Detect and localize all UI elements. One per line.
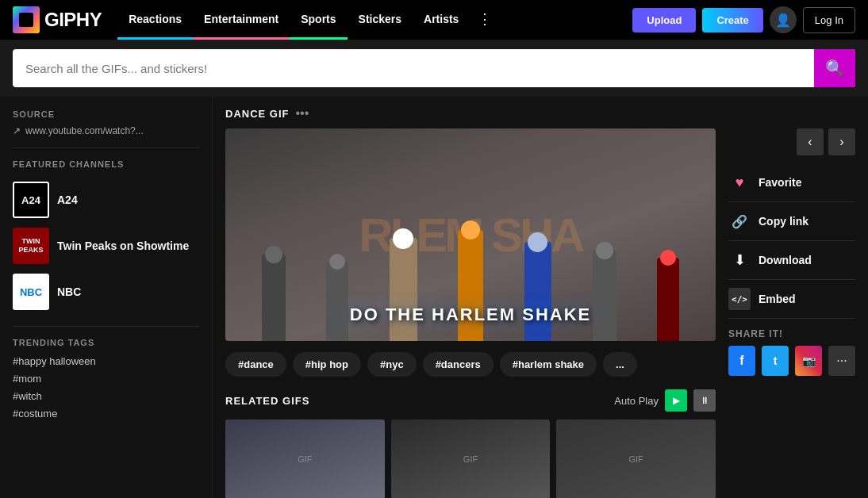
gif-preview-area: RLEM SHA DO THE HARLEM SHAKE: [225, 128, 716, 498]
tag-dancers[interactable]: #dancers: [423, 352, 494, 377]
gif-section-label: DANCE GIF: [225, 108, 290, 120]
gif-options-dots[interactable]: •••: [296, 106, 309, 121]
pause-button[interactable]: ⏸: [693, 389, 716, 412]
header: GIPHY Reactions Entertainment Sports Sti…: [0, 0, 868, 40]
login-button[interactable]: Log In: [803, 7, 855, 33]
copy-link-action[interactable]: 🔗 Copy link: [728, 202, 855, 241]
facebook-share-button[interactable]: f: [728, 346, 755, 376]
nbc-logo: NBC: [13, 274, 49, 310]
embed-icon: </>: [728, 288, 751, 310]
gif-image-container: RLEM SHA DO THE HARLEM SHAKE: [225, 128, 716, 341]
create-button[interactable]: Create: [702, 8, 762, 33]
nbc-name: NBC: [57, 285, 81, 298]
main-content: DANCE GIF ••• RLEM SHA: [213, 97, 868, 498]
related-gif-1[interactable]: GIF: [225, 419, 385, 498]
a24-logo: A24: [13, 182, 49, 218]
twin-peaks-name: Twin Peaks on Showtime: [57, 239, 189, 252]
tag-dance[interactable]: #dance: [225, 352, 286, 377]
nav-more-button[interactable]: ⋮: [470, 0, 500, 40]
source-section: SOURCE ↗ www.youtube.com/watch?...: [13, 109, 199, 136]
search-bar: 🔍: [0, 40, 868, 97]
sidebar: SOURCE ↗ www.youtube.com/watch?... FEATU…: [0, 97, 213, 498]
channel-twin-peaks[interactable]: TWINPEAKS Twin Peaks on Showtime: [13, 223, 199, 269]
play-button[interactable]: ▶: [665, 389, 687, 412]
upload-button[interactable]: Upload: [632, 8, 696, 33]
trending-tags-label: TRENDING TAGS: [13, 338, 199, 347]
more-share-button[interactable]: ···: [828, 346, 855, 376]
autoplay-label: Auto Play: [614, 395, 659, 407]
search-button[interactable]: 🔍: [814, 49, 855, 87]
featured-channels-section: FEATURED CHANNELS A24 A24 TWINPEAKS Twin…: [13, 159, 199, 315]
channel-a24[interactable]: A24 A24: [13, 177, 199, 223]
logo[interactable]: GIPHY: [13, 6, 102, 33]
logo-text: GIPHY: [44, 9, 102, 31]
twitter-share-button[interactable]: t: [762, 346, 789, 376]
main-nav: Reactions Entertainment Sports Stickers …: [117, 0, 500, 40]
twin-peaks-logo: TWINPEAKS: [13, 228, 49, 264]
embed-label: Embed: [759, 293, 796, 305]
favorite-label: Favorite: [759, 176, 801, 189]
a24-name: A24: [57, 193, 78, 206]
tag-hip-hop[interactable]: #hip hop: [293, 352, 361, 377]
tag-more[interactable]: ...: [603, 352, 637, 377]
nav-item-entertainment[interactable]: Entertainment: [193, 0, 290, 40]
gif-overlay-text: DO THE HARLEM SHAKE: [225, 305, 716, 325]
tags-row: #dance #hip hop #nyc #dancers #harlem sh…: [225, 352, 716, 377]
related-gif-3[interactable]: GIF: [556, 419, 716, 498]
related-gif-2[interactable]: GIF: [391, 419, 551, 498]
download-action[interactable]: ⬇ Download: [728, 241, 855, 280]
favorite-action[interactable]: ♥ Favorite: [728, 163, 855, 202]
share-label: SHARE IT!: [728, 328, 855, 339]
logo-icon: [13, 6, 40, 33]
download-label: Download: [759, 254, 812, 266]
channel-nbc[interactable]: NBC NBC: [13, 269, 199, 315]
gif-actions-panel: ‹ › ♥ Favorite 🔗 Copy link ⬇ Download: [728, 128, 855, 498]
search-input[interactable]: [13, 62, 814, 75]
tag-happy-halloween[interactable]: #happy halloween: [13, 355, 199, 367]
download-icon: ⬇: [728, 249, 751, 271]
heart-icon: ♥: [728, 171, 751, 193]
nav-item-stickers[interactable]: Stickers: [348, 0, 413, 40]
external-link-icon: ↗: [13, 125, 21, 136]
nav-item-reactions[interactable]: Reactions: [117, 0, 193, 40]
share-section: SHARE IT! f t 📷 ···: [728, 328, 855, 376]
tag-nyc[interactable]: #nyc: [367, 352, 417, 377]
tag-witch[interactable]: #witch: [13, 390, 199, 402]
related-gifs-section: RELATED GIFS Auto Play ▶ ⏸ GIF GIF: [225, 389, 716, 498]
nav-item-sports[interactable]: Sports: [290, 0, 347, 40]
user-avatar[interactable]: 👤: [770, 6, 797, 33]
source-label: SOURCE: [13, 109, 199, 119]
source-url[interactable]: www.youtube.com/watch?...: [25, 125, 144, 136]
tag-mom[interactable]: #mom: [13, 373, 199, 385]
next-gif-button[interactable]: ›: [828, 128, 855, 155]
prev-gif-button[interactable]: ‹: [797, 128, 824, 155]
sidebar-divider-2: [13, 326, 199, 327]
nav-item-artists[interactable]: Artists: [413, 0, 470, 40]
instagram-share-button[interactable]: 📷: [795, 346, 822, 376]
sidebar-divider-1: [13, 147, 199, 148]
link-icon: 🔗: [728, 210, 751, 232]
copy-link-label: Copy link: [759, 215, 808, 228]
related-gifs-label: RELATED GIFS: [225, 395, 309, 407]
trending-tags-section: TRENDING TAGS #happy halloween #mom #wit…: [13, 338, 199, 419]
tag-costume[interactable]: #costume: [13, 408, 199, 419]
tag-harlem-shake[interactable]: #harlem shake: [500, 352, 597, 377]
featured-channels-label: FEATURED CHANNELS: [13, 159, 199, 169]
embed-action[interactable]: </> Embed: [728, 280, 855, 319]
